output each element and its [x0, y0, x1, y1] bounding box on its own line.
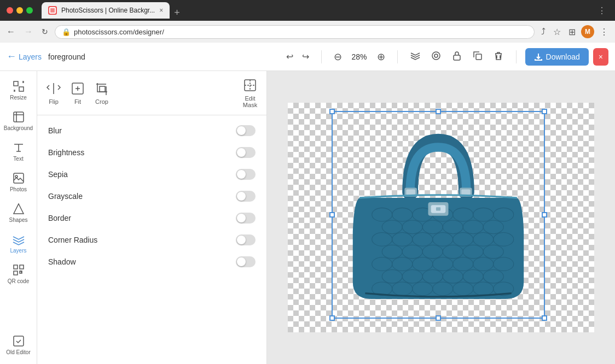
active-tab[interactable]: PhotoScissors | Online Backgr... ×: [42, 2, 170, 19]
back-to-layers-btn[interactable]: ← Layers: [7, 51, 42, 62]
zoom-in-btn[interactable]: ⊕: [374, 48, 388, 66]
filter-toggle-sepia[interactable]: [236, 169, 256, 180]
filter-label-corner-radius: Corner Radius: [48, 236, 236, 244]
tab-favicon: [48, 6, 57, 15]
edit-mask-btn[interactable]: EditMask: [242, 78, 258, 108]
svg-rect-15: [14, 336, 24, 346]
svg-rect-12: [20, 265, 24, 269]
share-btn[interactable]: ⤴: [539, 25, 548, 39]
flip-icon: [46, 81, 61, 96]
download-btn[interactable]: Download: [525, 48, 589, 66]
browser-chrome: PhotoScissors | Online Backgr... × + ⋮ ←…: [0, 0, 615, 43]
sidebar-label-resize: Resize: [10, 95, 27, 101]
sidebar-label-layers: Layers: [10, 248, 26, 254]
copy-icon-btn[interactable]: [469, 47, 486, 67]
address-bar[interactable]: 🔒 photoscissors.com/designer/: [55, 25, 535, 39]
sidebar-item-background[interactable]: Background: [3, 106, 34, 136]
svg-point-1: [432, 52, 440, 60]
filter-toggle-brightness[interactable]: [236, 147, 256, 158]
checkered-background: [288, 103, 594, 332]
flip-label: Flip: [49, 98, 59, 105]
filter-label-border: Border: [48, 214, 236, 222]
filter-toggle-corner-radius[interactable]: [236, 234, 256, 245]
filter-toggle-grayscale[interactable]: [236, 191, 256, 202]
svg-marker-10: [14, 204, 24, 214]
svg-rect-7: [14, 112, 24, 122]
browser-titlebar: PhotoScissors | Online Backgr... × + ⋮: [0, 0, 615, 21]
zoom-value: 28%: [349, 52, 370, 61]
canvas-area[interactable]: [267, 71, 615, 364]
browser-menu-btn[interactable]: ⋮: [595, 3, 608, 18]
edit-panel: Flip Fit Crop EditMask BlurBrightnessSep…: [37, 71, 267, 364]
sidebar-item-text[interactable]: Text: [3, 137, 34, 166]
traffic-light-green[interactable]: [26, 7, 33, 14]
crop-tool[interactable]: Crop: [94, 81, 109, 105]
sidebar-item-shapes[interactable]: Shapes: [3, 198, 34, 227]
handle-mr[interactable]: [542, 212, 547, 218]
browser-more-btn[interactable]: ⋮: [597, 25, 611, 39]
toggle-thumb-shadow: [237, 257, 246, 266]
svg-rect-17: [100, 86, 105, 92]
edit-mask-icon: [242, 78, 258, 93]
handle-tr[interactable]: [542, 109, 547, 114]
traffic-light-yellow[interactable]: [16, 7, 23, 14]
bookmark-btn[interactable]: ☆: [551, 25, 563, 39]
top-bar: ← Layers foreground ↩ ↪ ⊖ 28% ⊕: [0, 43, 615, 71]
sidebar-label-qr: QR code: [8, 278, 29, 284]
user-avatar[interactable]: M: [581, 25, 594, 38]
canvas-inner: [288, 103, 594, 332]
refresh-btn[interactable]: ↻: [39, 25, 50, 38]
sidebar-label-old-editor: Old Editor: [6, 349, 30, 355]
filter-label-sepia: Sepia: [48, 170, 236, 179]
layers-icon-btn[interactable]: [407, 47, 424, 67]
photos-icon: [12, 172, 25, 185]
sidebar-item-resize[interactable]: Resize: [3, 75, 34, 105]
sidebar-item-layers[interactable]: Layers: [3, 228, 34, 258]
download-label: Download: [546, 52, 580, 61]
browser-toolbar: ← → ↻ 🔒 photoscissors.com/designer/ ⤴ ☆ …: [0, 21, 615, 43]
trash-icon-btn[interactable]: [490, 47, 507, 67]
traffic-light-red[interactable]: [7, 7, 13, 14]
app: ← Layers foreground ↩ ↪ ⊖ 28% ⊕: [0, 43, 615, 364]
svg-rect-3: [454, 55, 460, 60]
sidebar-item-qr[interactable]: QR code: [3, 259, 34, 289]
filter-row-border: Border: [37, 207, 266, 229]
filter-row-brightness: Brightness: [37, 142, 266, 163]
filter-toggle-shadow[interactable]: [236, 256, 256, 267]
extensions-btn[interactable]: ⊞: [566, 25, 578, 39]
paint-icon-btn[interactable]: [427, 47, 445, 67]
filter-row-shadow: Shadow: [37, 251, 266, 273]
handle-bl[interactable]: [329, 315, 335, 321]
crop-label: Crop: [95, 98, 108, 105]
sidebar-item-photos[interactable]: Photos: [3, 167, 34, 197]
resize-icon: [12, 80, 25, 93]
fit-label: Fit: [74, 98, 81, 105]
handle-tl[interactable]: [329, 109, 335, 114]
handle-tc[interactable]: [436, 109, 441, 114]
new-tab-btn[interactable]: +: [170, 7, 184, 19]
back-btn[interactable]: ←: [4, 25, 18, 39]
sidebar-label-shapes: Shapes: [9, 217, 28, 223]
undo-btn[interactable]: ↩: [283, 48, 297, 65]
sidebar-item-old-editor[interactable]: Old Editor: [3, 330, 34, 360]
zoom-out-btn[interactable]: ⊖: [330, 48, 345, 66]
toggle-thumb-grayscale: [237, 192, 246, 201]
svg-rect-13: [14, 271, 18, 275]
forward-btn[interactable]: →: [22, 25, 35, 39]
tab-close-btn[interactable]: ×: [159, 7, 163, 14]
close-btn[interactable]: ×: [593, 48, 608, 66]
svg-rect-5: [14, 81, 18, 86]
text-icon: [12, 141, 25, 154]
flip-tool[interactable]: Flip: [46, 81, 61, 105]
handle-bc[interactable]: [436, 315, 441, 321]
handle-ml[interactable]: [329, 212, 335, 218]
fit-tool[interactable]: Fit: [70, 81, 85, 105]
redo-btn[interactable]: ↪: [299, 48, 312, 65]
filter-row-grayscale: Grayscale: [37, 185, 266, 207]
filter-toggle-border[interactable]: [236, 213, 256, 224]
lock-icon-btn[interactable]: [448, 47, 466, 67]
filter-toggle-blur[interactable]: [236, 125, 256, 136]
svg-rect-4: [476, 54, 481, 60]
toggle-thumb-border: [237, 214, 246, 222]
handle-br[interactable]: [542, 315, 547, 321]
